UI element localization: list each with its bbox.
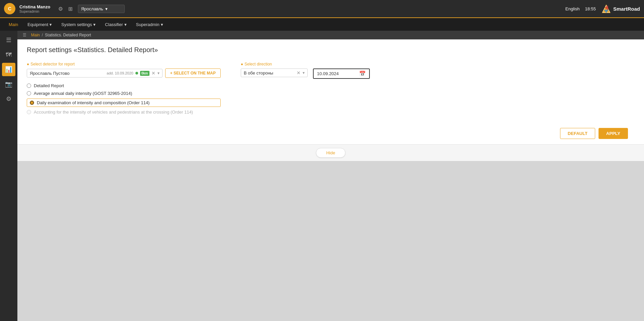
form-right: ● Select direction В обе стороны ✕ ▾ — [241, 62, 370, 79]
brand-logo: SmartRoad — [601, 4, 640, 14]
chevron-icon: ▾ — [93, 22, 96, 27]
user-name: Cristina Manzo — [19, 4, 50, 9]
detector-dropdown-btn[interactable]: ▾ — [157, 71, 159, 75]
chevron-icon: ▾ — [49, 22, 52, 27]
sidebar-nodes-btn[interactable]: ⚙ — [2, 92, 15, 106]
sidebar-stats-btn[interactable]: 📊 — [2, 63, 15, 76]
form-left: ● Select detector for report add. 10.09.… — [27, 62, 221, 115]
radio-daily-label: Daily examination of intensity and compo… — [37, 100, 149, 105]
radio-detailed-input[interactable] — [27, 84, 31, 88]
dot-icon: ● — [241, 62, 243, 66]
detector-label: ● Select detector for report — [27, 62, 221, 66]
hide-button[interactable]: Hide — [316, 148, 346, 158]
brand-name: SmartRoad — [613, 6, 640, 12]
km-badge: 0km — [140, 71, 149, 76]
direction-label: ● Select direction — [241, 62, 308, 66]
menu-system-settings[interactable]: System settings ▾ — [57, 18, 100, 31]
date-field: 📅 — [313, 62, 370, 79]
calendar-icon[interactable]: 📅 — [359, 70, 366, 77]
content-wrapper: ☰ Main / Statistics. Detailed Report Rep… — [17, 31, 644, 321]
top-bar: C Cristina Manzo Superadmin ⚙ ⊞ Ярославл… — [0, 0, 644, 17]
sidebar-menu-btn[interactable]: ☰ — [2, 33, 15, 47]
menu-classifier[interactable]: Classifier ▾ — [100, 18, 131, 31]
city-selector[interactable]: Ярославль ▾ — [78, 5, 125, 13]
radio-annual-input[interactable] — [27, 91, 31, 96]
radio-accounting-label: Accounting for the intensity of vehicles… — [34, 110, 193, 115]
page-title: Report settings «Statistics. Detailed Re… — [27, 46, 635, 54]
detector-input[interactable] — [30, 71, 105, 76]
breadcrumb-current: Statistics. Detailed Report — [45, 33, 91, 37]
sidebar-map-btn[interactable]: 🗺 — [2, 48, 15, 61]
top-bar-icons: ⚙ ⊞ — [57, 4, 74, 13]
detector-add-date: add. 10.09.2020 — [107, 71, 133, 75]
breadcrumb-separator: / — [42, 33, 43, 37]
date-input[interactable] — [317, 71, 356, 76]
chevron-icon: ▾ — [124, 22, 127, 27]
direction-value: В обе стороны — [244, 70, 295, 75]
map-area — [17, 161, 644, 321]
detector-clear-btn[interactable]: ✕ — [151, 70, 155, 76]
radio-annual[interactable]: Average annual daily intensity (GOST 329… — [27, 91, 221, 96]
direction-wrapper: В обе стороны ✕ ▾ — [241, 68, 308, 77]
direction-clear-btn[interactable]: ✕ — [297, 70, 301, 75]
settings-panel: Report settings «Statistics. Detailed Re… — [17, 39, 644, 144]
radio-accounting: Accounting for the intensity of vehicles… — [27, 110, 221, 115]
city-dropdown-icon: ▾ — [105, 6, 122, 11]
menu-superadmin[interactable]: Superadmin ▾ — [131, 18, 168, 31]
default-button[interactable]: DEFAULT — [560, 128, 595, 139]
menu-main[interactable]: Main — [4, 18, 23, 31]
form-grid: ● Select detector for report add. 10.09.… — [27, 62, 635, 115]
sidebar: ☰ 🗺 📊 📷 ⚙ — [0, 31, 17, 321]
radio-daily[interactable]: Daily examination of intensity and compo… — [27, 99, 221, 107]
user-info: Cristina Manzo Superadmin — [19, 4, 50, 13]
menu-equipment[interactable]: Equipment ▾ — [23, 18, 57, 31]
detector-input-wrapper: add. 10.09.2020 0km ✕ ▾ — [27, 69, 163, 77]
breadcrumb: ☰ Main / Statistics. Detailed Report — [17, 31, 644, 39]
chevron-icon: ▾ — [161, 22, 163, 27]
apply-button[interactable]: APPLY — [599, 128, 628, 139]
avatar: C — [4, 3, 15, 14]
radio-detailed-label: Detailed Report — [34, 83, 64, 88]
green-status-dot — [135, 72, 138, 74]
city-name: Ярославль — [81, 6, 103, 11]
breadcrumb-menu-icon[interactable]: ☰ — [23, 33, 26, 37]
detector-row: add. 10.09.2020 0km ✕ ▾ + SELECT ON THE … — [27, 68, 221, 78]
language-selector[interactable]: English — [565, 6, 580, 11]
sidebar-camera-btn[interactable]: 📷 — [2, 77, 15, 91]
direction-dropdown-btn[interactable]: ▾ — [303, 70, 305, 75]
top-bar-left: C Cristina Manzo Superadmin ⚙ ⊞ Ярославл… — [4, 3, 125, 14]
radio-daily-input[interactable] — [30, 101, 34, 105]
date-wrapper: 📅 — [313, 68, 370, 79]
btn-row: DEFAULT APPLY — [27, 128, 635, 139]
user-role: Superadmin — [19, 9, 50, 13]
layout: ☰ 🗺 📊 📷 ⚙ ☰ Main / Statistics. Detailed … — [0, 31, 644, 321]
breadcrumb-parent[interactable]: Main — [31, 33, 40, 37]
radio-detailed[interactable]: Detailed Report — [27, 83, 221, 88]
menu-bar: Main Equipment ▾ System settings ▾ Class… — [0, 17, 644, 31]
select-on-map-btn[interactable]: + SELECT ON THE MAP — [165, 68, 221, 78]
radio-group: Detailed Report Average annual daily int… — [27, 83, 221, 115]
settings-icon[interactable]: ⚙ — [57, 4, 64, 13]
export-icon[interactable]: ⊞ — [67, 4, 74, 13]
hide-bar: Hide — [17, 144, 644, 161]
radio-accounting-input — [27, 110, 31, 114]
radio-annual-label: Average annual daily intensity (GOST 329… — [34, 91, 132, 96]
direction-field: ● Select direction В обе стороны ✕ ▾ — [241, 62, 308, 77]
dot-icon: ● — [27, 62, 29, 66]
time-display: 18:55 — [585, 6, 596, 11]
logo-icon — [601, 4, 611, 14]
top-bar-right: English 18:55 SmartRoad — [565, 4, 640, 14]
